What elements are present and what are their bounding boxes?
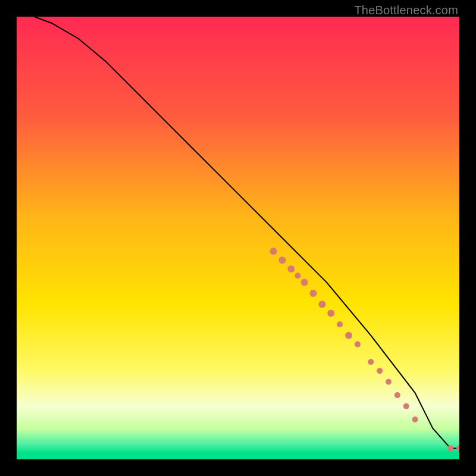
data-marker	[287, 265, 295, 273]
data-marker	[270, 248, 277, 255]
data-marker	[301, 278, 308, 286]
data-marker	[318, 301, 325, 308]
chart-frame	[17, 17, 459, 459]
data-marker	[394, 392, 400, 398]
data-marker	[447, 445, 453, 451]
data-marker	[456, 445, 459, 451]
chart-overlay	[17, 17, 459, 459]
data-marker	[345, 332, 352, 339]
data-marker	[412, 416, 418, 422]
data-marker	[368, 359, 374, 365]
data-marker	[278, 256, 286, 264]
data-marker	[403, 403, 409, 409]
data-marker	[377, 368, 383, 374]
curve-line	[35, 17, 459, 448]
attribution-label: TheBottleneck.com	[354, 4, 458, 17]
data-marker	[337, 321, 343, 327]
data-marker	[386, 379, 392, 385]
data-marker	[355, 342, 361, 347]
marker-cluster	[270, 248, 460, 451]
data-marker	[310, 290, 317, 297]
data-marker	[295, 273, 300, 278]
data-marker	[327, 310, 334, 317]
